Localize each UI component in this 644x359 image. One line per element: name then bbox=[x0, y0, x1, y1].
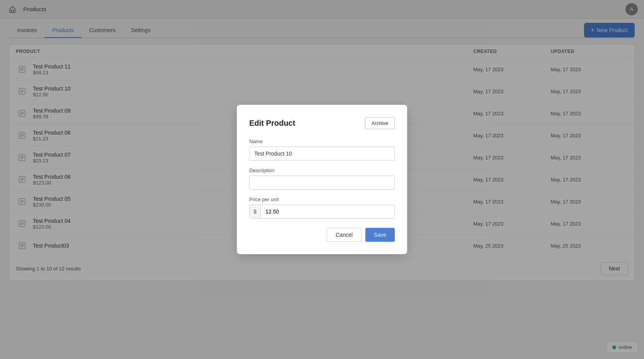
price-input-wrap: $ bbox=[249, 205, 395, 219]
description-label: Description bbox=[249, 168, 395, 173]
archive-button[interactable]: Archive bbox=[365, 117, 395, 129]
modal-title: Edit Product bbox=[249, 119, 295, 128]
price-field-group: Price per unit $ bbox=[249, 197, 395, 219]
name-field-group: Name bbox=[249, 138, 395, 161]
cancel-button[interactable]: Cancel bbox=[327, 228, 361, 242]
modal-actions: Cancel Save bbox=[249, 228, 395, 242]
name-label: Name bbox=[249, 138, 395, 144]
modal-header: Edit Product Archive bbox=[249, 117, 395, 129]
edit-product-modal: Edit Product Archive Name Description Pr… bbox=[237, 105, 407, 254]
save-button[interactable]: Save bbox=[365, 228, 395, 242]
modal-overlay[interactable]: Edit Product Archive Name Description Pr… bbox=[0, 0, 644, 281]
name-input[interactable] bbox=[249, 147, 395, 161]
description-field-group: Description bbox=[249, 168, 395, 190]
price-label: Price per unit bbox=[249, 197, 395, 202]
price-prefix: $ bbox=[250, 205, 261, 218]
description-input[interactable] bbox=[249, 176, 395, 190]
price-input[interactable] bbox=[261, 205, 394, 218]
